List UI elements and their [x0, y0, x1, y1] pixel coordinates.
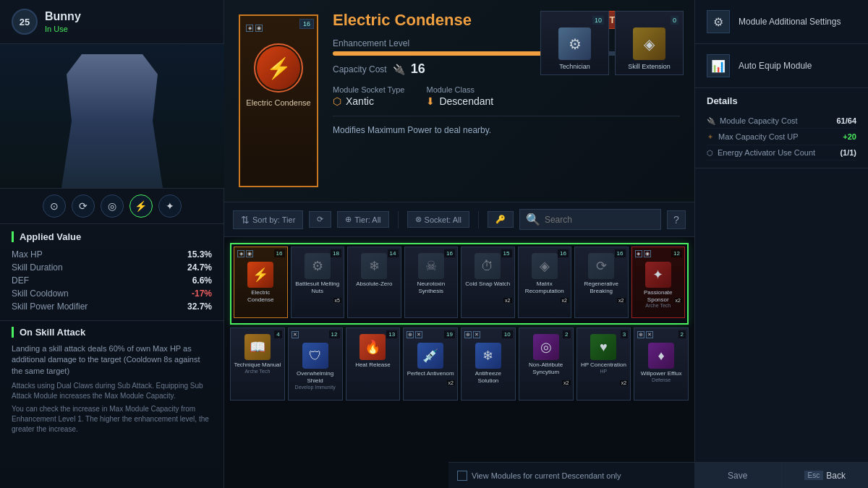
- bottom-buttons: Save Esc Back: [694, 462, 868, 488]
- stat-label-maxhp: Max HP: [12, 249, 43, 260]
- energy-activator-value: (1/1): [840, 148, 856, 157]
- card-icons-7: ◈ ◉: [635, 250, 651, 257]
- filter-sep-2: [478, 211, 479, 228]
- checkbox-box[interactable]: [457, 471, 467, 481]
- module-card-willpower[interactable]: 2 ⊕ ✕ ♦ Willpower Efflux Defense: [634, 328, 689, 401]
- card-name-r2-6: HP Concentration: [581, 361, 626, 369]
- module-grid-row2: 4 📖 Technique Manual Arche Tech 12 ✕ 🛡 O…: [230, 328, 689, 401]
- module-card-cold-snap[interactable]: 15 ⏱ Cold Snap Watch x2: [461, 247, 515, 318]
- energy-activator-row: ⬡ Energy Activator Use Count (1/1): [707, 145, 856, 160]
- card-subname-r2-7: Defense: [652, 377, 671, 382]
- refresh-btn[interactable]: ⟳: [309, 211, 331, 228]
- ability-icon-4[interactable]: ⚡: [129, 194, 153, 218]
- card-icon-heat-release: 🔥: [359, 334, 386, 360]
- card-name-r2-7: Willpower Efflux: [641, 370, 682, 377]
- module-card-absolute-zero[interactable]: 14 ❄ Absolute-Zero: [347, 247, 401, 318]
- tier-filter-btn[interactable]: ⊕ Tier: All: [337, 211, 388, 228]
- card-icon-technique: 📖: [244, 334, 271, 360]
- socket-filter-btn[interactable]: ⊗ Socket: All: [407, 211, 469, 228]
- stack-badge-7: x2: [674, 298, 682, 303]
- module-card-battlesuit[interactable]: 18 ⚙ Battlesuit Melting Nuts x5: [291, 247, 345, 318]
- stack-badge-1: x5: [333, 298, 341, 303]
- search-icon-btn[interactable]: 🔑: [488, 211, 514, 228]
- socket-layers-icon: ⊗: [415, 215, 422, 224]
- energy-activator-icon: ⬡: [707, 149, 713, 157]
- card-dot-7b: ◉: [644, 250, 651, 257]
- save-button[interactable]: Save: [694, 463, 782, 488]
- filter-bar: ⇅ Sort by: Tier ⟳ ⊕ Tier: All ⊗ Socket: …: [224, 202, 694, 237]
- card-badge-4: 15: [501, 249, 512, 257]
- card-subname-r2-0: Arche Tech: [244, 369, 270, 374]
- max-capacity-icon: ＋: [707, 132, 714, 142]
- stat-value-cooldown: -17%: [192, 288, 212, 299]
- ability-icon-2[interactable]: ⟳: [72, 194, 95, 218]
- stat-value-power: 32.7%: [187, 301, 212, 312]
- search-input[interactable]: [545, 215, 655, 225]
- card-dot-0b: ◉: [246, 250, 253, 257]
- ability-icon-3[interactable]: ◎: [101, 194, 124, 218]
- back-label: Back: [826, 471, 846, 481]
- mini-module-technician[interactable]: 10 ⚙ Technician: [540, 11, 609, 75]
- socket-type-label: Module Socket Type: [333, 85, 404, 94]
- card-icons-0: ◈ ◉: [237, 250, 253, 257]
- card-subname-r2-1: Develop Immunity: [295, 385, 336, 390]
- help-button[interactable]: ?: [667, 210, 686, 229]
- search-box[interactable]: 🔍: [519, 209, 661, 230]
- max-capacity-value: +20: [843, 132, 856, 141]
- ability-icon-5[interactable]: ✦: [158, 194, 182, 218]
- right-panel: ⚙ Module Additional Settings 📊 Auto Equi…: [694, 0, 868, 488]
- stack-badge-5: x2: [561, 298, 569, 303]
- module-card-neurotoxin[interactable]: 16 ☠ Neurotoxin Synthesis: [404, 247, 459, 318]
- module-settings-btn[interactable]: ⚙ Module Additional Settings: [695, 0, 868, 44]
- card-name-5: Matrix Recomputation: [522, 281, 569, 294]
- view-modules-checkbox[interactable]: View Modules for current Descendant only: [457, 471, 621, 481]
- class-name: Descendant: [439, 95, 493, 107]
- module-card-hp-concentration[interactable]: 3 ♥ HP Concentration HP x2: [576, 328, 631, 401]
- module-card-antifreeze[interactable]: 10 ⊕ ✕ ❄ Antifreeze Solution: [461, 328, 516, 401]
- module-card-perfect-antivenom[interactable]: 19 ⊕ ✕ 💉 Perfect Antivenom x2: [403, 328, 458, 401]
- card-badge-r2-2: 13: [386, 330, 397, 338]
- module-card-passionate[interactable]: 12 ◈ ◉ ✦ Passionate Sponsor Arche Tech x…: [631, 247, 686, 318]
- selected-module-name: Electric Condense: [246, 98, 310, 107]
- capacity-value: 16: [411, 61, 425, 77]
- energy-activator-label: Energy Activator Use Count: [718, 148, 815, 157]
- card-name-0: Electric Condense: [237, 289, 284, 303]
- card-name-2: Absolute-Zero: [356, 281, 392, 288]
- mini-module-icon-skill-ext: ◈: [633, 27, 665, 60]
- auto-equip-btn[interactable]: 📊 Auto Equip Module: [695, 44, 868, 88]
- module-grid-area: 16 ◈ ◉ ⚡ Electric Condense 18 ⚙ Battlesu…: [224, 237, 694, 462]
- module-card-non-attribute[interactable]: 2 ◎ Non-Attribute Syncytium x2: [519, 328, 574, 401]
- stat-row-power: Skill Power Modifier 32.7%: [12, 300, 212, 313]
- filter-sort-btn[interactable]: ⇅ Sort by: Tier: [233, 210, 303, 229]
- card-icon-antifreeze: ❄: [475, 343, 501, 369]
- left-panel: 25 Bunny In Use ⊙ ⟳ ◎ ⚡ ✦ Applied Value …: [0, 0, 224, 488]
- tier-layers-icon: ⊕: [345, 215, 352, 224]
- ability-icon-1[interactable]: ⊙: [43, 194, 66, 218]
- module-card-heat-release[interactable]: 13 🔥 Heat Release: [346, 328, 401, 401]
- card-badge-r2-5: 2: [563, 330, 570, 338]
- card-icon-perfect-antivenom: 💉: [417, 343, 443, 369]
- mini-module-skill-ext[interactable]: 0 ◈ Skill Extension: [615, 11, 684, 75]
- socket-type-icon: ⬡: [333, 95, 341, 107]
- module-card-regenerative[interactable]: 16 ⟳ Regenerative Breaking x2: [574, 247, 629, 318]
- class-label: Module Class: [426, 85, 493, 94]
- module-card-overwhelming[interactable]: 12 ✕ 🛡 Overwhelming Shield Develop Immun…: [288, 328, 343, 401]
- module-card-technique[interactable]: 4 📖 Technique Manual Arche Tech: [230, 328, 285, 401]
- energy-activator-left: ⬡ Energy Activator Use Count: [707, 148, 815, 157]
- selected-module-badge: 16: [299, 19, 314, 29]
- auto-equip-icon: 📊: [707, 54, 730, 77]
- card-badge-5: 16: [558, 249, 569, 257]
- module-card-electric-condense[interactable]: 16 ◈ ◉ ⚡ Electric Condense: [234, 247, 288, 318]
- capacity-label: Capacity Cost: [333, 64, 387, 74]
- card-icon-regenerative: ⟳: [588, 253, 614, 279]
- character-header: 25 Bunny In Use: [0, 0, 224, 44]
- card-name-r2-1: Overwhelming Shield: [292, 370, 339, 384]
- module-main-name: Electric Condense: [333, 11, 472, 30]
- selected-module-icon: ⚡: [257, 46, 300, 90]
- back-button[interactable]: Esc Back: [782, 463, 869, 488]
- module-card-matrix[interactable]: 16 ◈ Matrix Recomputation x2: [518, 247, 572, 318]
- esc-badge: Esc: [804, 471, 824, 480]
- selected-module-card[interactable]: 16 ◈ ◉ ⚡ Electric Condense: [239, 14, 318, 187]
- stack-badge-r2-6: x2: [620, 380, 628, 385]
- card-icon-absolute-zero: ❄: [361, 253, 387, 279]
